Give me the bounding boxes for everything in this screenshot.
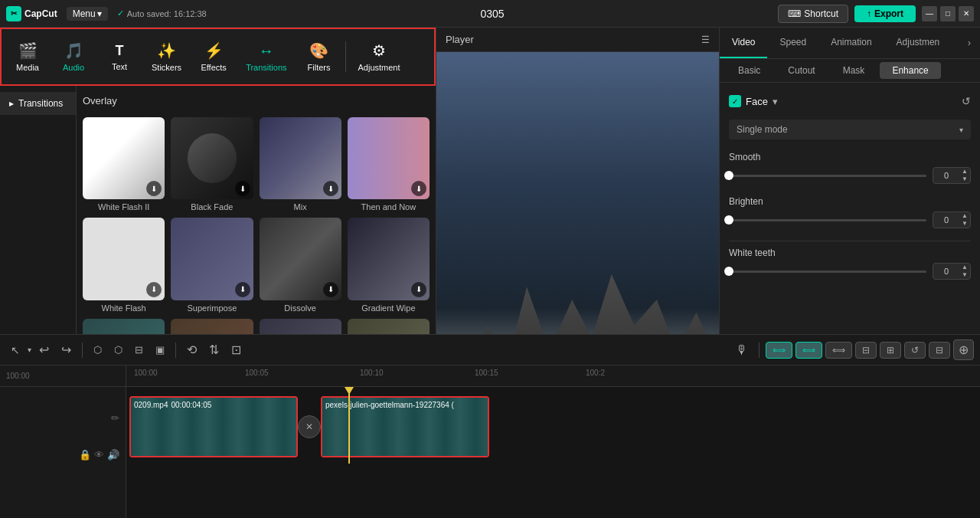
effect-black-fade[interactable]: ⬇ Black Fade	[171, 117, 253, 211]
tab-video[interactable]: Video	[720, 28, 767, 58]
video-clip-1[interactable]: 0209.mp4 00:00:04:05	[129, 396, 298, 457]
refresh-icon[interactable]: ↺	[962, 95, 971, 107]
effect-white-flash-ii[interactable]: ⬇ White Flash II	[83, 117, 165, 211]
smooth-value: 0	[933, 169, 959, 182]
brighten-up[interactable]: ▲	[959, 212, 970, 220]
redo-button[interactable]: ↪	[57, 339, 76, 360]
smooth-slider-control: 0 ▲ ▼	[729, 167, 971, 184]
screen-button[interactable]: ⊞	[880, 342, 901, 359]
sidebar-item-transitions[interactable]: Transitions	[0, 92, 76, 115]
smooth-up[interactable]: ▲	[959, 168, 970, 175]
split-head-button[interactable]: ⬡	[109, 341, 127, 359]
sub-tab-cutout[interactable]: Cutout	[776, 62, 827, 79]
crop-button[interactable]: ⊡	[227, 339, 246, 360]
audio-track-button[interactable]: 🔊	[107, 449, 119, 461]
snap-button-4[interactable]: ⊟	[855, 342, 877, 359]
zoom-button[interactable]: ⊕	[953, 339, 974, 360]
snap-button-1[interactable]: ⟺	[766, 342, 792, 359]
delete-button[interactable]: ⊟	[130, 341, 148, 359]
white-teeth-slider[interactable]	[729, 270, 926, 273]
eye-button[interactable]: 👁	[94, 449, 104, 461]
brighten-slider-row: Brighten 0 ▲ ▼	[729, 196, 971, 228]
record-button[interactable]: 🎙	[731, 340, 753, 360]
clip1-header: 0209.mp4 00:00:04:05	[134, 401, 293, 409]
tab-speed[interactable]: Speed	[767, 28, 818, 58]
export-button[interactable]: ↑ Export	[854, 5, 916, 22]
white-teeth-thumb[interactable]	[724, 267, 733, 276]
transitions-icon: ↔	[259, 42, 274, 60]
tab-animation[interactable]: Animation	[818, 28, 884, 58]
toolbar-item-effects[interactable]: ⚡ Effects	[191, 35, 237, 78]
split-button[interactable]: ⬡	[89, 341, 106, 359]
smooth-slider-row: Smooth 0 ▲ ▼	[729, 152, 971, 184]
white-teeth-down[interactable]: ▼	[959, 271, 970, 279]
toolbar-item-stickers[interactable]: ✨ Stickers	[142, 35, 191, 78]
effect-gradient-wipe[interactable]: ⬇ Gradient Wipe	[348, 218, 430, 312]
snap-button-2[interactable]: ⟺	[795, 342, 822, 359]
smooth-slider[interactable]	[729, 175, 926, 177]
effect-superimpose[interactable]: ⬇ Superimpose	[171, 218, 253, 312]
select-arrow: ▾	[28, 346, 31, 354]
effect-label-mix: Mix	[294, 202, 307, 211]
toolbar-divider	[345, 41, 346, 72]
white-teeth-up[interactable]: ▲	[959, 264, 970, 271]
brighten-thumb[interactable]	[724, 215, 733, 225]
snap-button-3[interactable]: ⟺	[825, 342, 852, 359]
edit-track-button[interactable]: ✏	[111, 412, 119, 424]
timeline-toolbar: ↖ ▾ ↩ ↪ ⬡ ⬡ ⊟ ▣ ⟲ ⇅ ⊡ 🎙 ⟺ ⟺ ⟺ ⊟ ⊞ ↺ ⊟ ⊕	[0, 335, 980, 366]
close-button[interactable]: ✕	[959, 6, 974, 21]
select-tool-button[interactable]: ↖	[6, 341, 24, 359]
transition-marker[interactable]: ✕	[298, 415, 321, 438]
transform-button[interactable]: ⟲	[182, 339, 201, 360]
face-dropdown[interactable]: ▾	[773, 96, 778, 107]
download-icon: ⬇	[146, 181, 162, 196]
delete-segment-button[interactable]: ▣	[151, 341, 169, 359]
effect-then-and-now[interactable]: ⬇ Then and Now	[348, 117, 430, 211]
brighten-down[interactable]: ▼	[959, 220, 970, 228]
face-checkbox[interactable]: ✓	[729, 95, 741, 107]
sub-tab-basic[interactable]: Basic	[726, 62, 773, 79]
minimize-button[interactable]: —	[922, 6, 937, 21]
download-icon: ⬇	[146, 282, 162, 297]
download-icon: ⬇	[323, 282, 338, 297]
right-tabs: Video Speed Animation Adjustmen ›	[720, 28, 980, 59]
toolbar-item-adjustment[interactable]: ⚙ Adjustment	[349, 35, 410, 78]
toolbar-item-filters[interactable]: 🎨 Filters	[296, 35, 342, 78]
effect-dissolve[interactable]: ⬇ Dissolve	[260, 218, 341, 312]
tab-adjustmen[interactable]: Adjustmen	[884, 28, 952, 58]
divider	[729, 241, 971, 241]
maximize-button[interactable]: □	[940, 6, 956, 21]
auto-saved-status: ✓ Auto saved: 16:12:38	[117, 8, 207, 18]
sub-tab-mask[interactable]: Mask	[831, 62, 877, 79]
loop-button[interactable]: ↺	[904, 342, 926, 359]
toolbar-item-audio[interactable]: 🎵 Audio	[51, 35, 96, 78]
effect-white-flash[interactable]: ⬇ White Flash	[83, 218, 165, 312]
white-teeth-label: White teeth	[729, 248, 971, 258]
split-track-button[interactable]: ⊟	[929, 342, 950, 359]
face-label: ✓ Face ▾	[729, 95, 778, 107]
player-menu-icon[interactable]: ☰	[701, 34, 710, 45]
mode-select[interactable]: Single mode ▾	[729, 120, 971, 139]
smooth-value-box: 0 ▲ ▼	[933, 167, 971, 184]
toolbar-item-media[interactable]: 🎬 Media	[5, 35, 51, 78]
video-clip-2[interactable]: pexels-julien-goettelmann-19227364 (	[321, 396, 489, 457]
undo-button[interactable]: ↩	[34, 339, 54, 360]
toolbar-item-text[interactable]: T Text	[96, 37, 142, 77]
effect-label-superimpose: Superimpose	[187, 303, 237, 313]
toolbar-item-transitions[interactable]: ↔ Transitions	[237, 36, 296, 78]
playhead[interactable]	[348, 387, 350, 464]
sky-background	[436, 52, 719, 244]
effect-mix[interactable]: ⬇ Mix	[260, 117, 341, 211]
sub-tab-enhance[interactable]: Enhance	[880, 62, 940, 79]
effect-thumb-then-and-now: ⬇	[348, 117, 430, 199]
shortcut-button[interactable]: ⌨ Shortcut	[778, 5, 848, 23]
brighten-slider[interactable]	[729, 219, 926, 221]
tab-more[interactable]: ›	[959, 28, 980, 57]
lock-button[interactable]: 🔒	[79, 449, 91, 461]
toolbar: 🎬 Media 🎵 Audio T Text ✨ Stickers ⚡ Effe…	[0, 28, 436, 86]
download-icon: ⬇	[235, 181, 250, 196]
menu-button[interactable]: Menu ▾	[67, 7, 108, 21]
flip-button[interactable]: ⇅	[204, 339, 224, 360]
smooth-thumb[interactable]	[724, 171, 733, 180]
smooth-down[interactable]: ▼	[959, 175, 970, 183]
